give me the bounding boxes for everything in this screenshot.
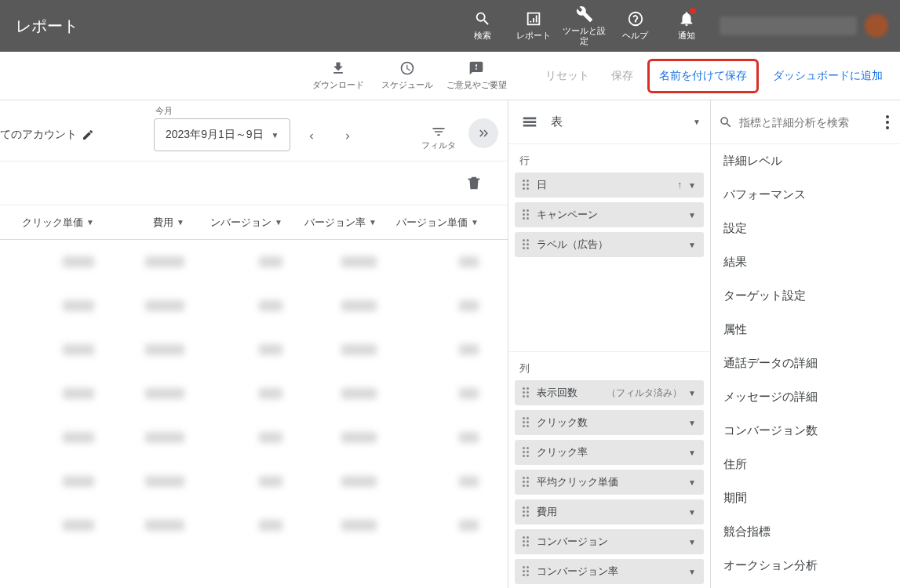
save-as-button[interactable]: 名前を付けて保存 (647, 59, 759, 93)
more-menu[interactable] (883, 112, 892, 132)
category-item[interactable]: 属性 (711, 313, 900, 347)
category-item[interactable]: 期間 (711, 481, 900, 515)
top-header: レポート 検索 レポート ツールと設定 ヘルプ 通知 (0, 0, 900, 52)
col-header[interactable]: クリック単価▼ (0, 216, 102, 230)
col-header[interactable]: 費用▼ (102, 216, 192, 230)
wrench-icon (576, 5, 593, 23)
category-item[interactable]: ショッピング属性 (711, 583, 900, 588)
metric-search-row (711, 100, 900, 144)
table-icon (518, 114, 541, 131)
row-chip-list: 日↑▼キャンペーン▼ラベル（広告）▼ (508, 172, 710, 257)
table-row (0, 328, 508, 372)
schedule-button[interactable]: スケジュール (373, 52, 442, 100)
row-chip[interactable]: 日↑▼ (515, 172, 704, 198)
table-body (0, 240, 508, 588)
period-label: 今月 (154, 105, 290, 117)
chart-icon (525, 10, 542, 27)
category-item[interactable]: パフォーマンス (711, 178, 900, 212)
col-chip[interactable]: クリック数▼ (515, 410, 704, 435)
rows-section-label: 行 (508, 144, 710, 172)
cols-section-label: 列 (508, 352, 710, 380)
table-row (0, 284, 508, 328)
category-item[interactable]: オークション分析 (711, 549, 900, 583)
nav-notifications[interactable]: 通知 (661, 0, 712, 52)
table-row (0, 459, 508, 503)
date-next[interactable] (333, 122, 363, 151)
trash-icon[interactable] (465, 175, 483, 192)
left-pane: てのアカウント 今月 2023年9月1日～9日 ▼ フィルタ (0, 100, 508, 588)
date-prev[interactable] (297, 122, 326, 151)
clock-icon (399, 60, 415, 76)
download-button[interactable]: ダウンロード (304, 52, 373, 100)
help-icon (627, 10, 644, 27)
date-row: てのアカウント 今月 2023年9月1日～9日 ▼ フィルタ (0, 100, 508, 162)
table-row (0, 503, 508, 547)
action-bar: ダウンロード スケジュール ご意見やご要望 リセット 保存 名前を付けて保存 ダ… (0, 52, 900, 100)
col-chip[interactable]: 表示回数（フィルタ済み）▼ (515, 380, 704, 405)
category-column: 詳細レベルパフォーマンス設定結果ターゲット設定属性通話データの詳細メッセージの詳… (711, 100, 900, 588)
category-item[interactable]: コンバージョン数 (711, 414, 900, 448)
col-chip[interactable]: クリック率▼ (515, 440, 704, 465)
account-name-redacted (720, 16, 857, 35)
search-icon (719, 115, 733, 129)
pencil-icon (82, 129, 94, 141)
row-chip[interactable]: ラベル（広告）▼ (515, 232, 704, 257)
category-list: 詳細レベルパフォーマンス設定結果ターゲット設定属性通話データの詳細メッセージの詳… (711, 144, 900, 588)
nav-help[interactable]: ヘルプ (610, 0, 661, 52)
search-icon (474, 10, 491, 27)
category-item[interactable]: 通話データの詳細 (711, 347, 900, 380)
download-icon (330, 60, 346, 76)
trash-row (0, 162, 508, 205)
filter-icon (431, 124, 446, 140)
table-row (0, 416, 508, 459)
feedback-button[interactable]: ご意見やご要望 (442, 52, 511, 100)
col-header[interactable]: バージョン率▼ (290, 216, 384, 230)
expand-panel-button[interactable] (468, 118, 498, 148)
table-row (0, 372, 508, 416)
table-row (0, 240, 508, 284)
category-item[interactable]: 競合指標 (711, 515, 900, 549)
avatar (865, 14, 888, 38)
save-button[interactable]: 保存 (600, 69, 644, 83)
feedback-icon (468, 60, 484, 76)
col-chip[interactable]: コンバージョン▼ (515, 529, 704, 554)
table-header: クリック単価▼ 費用▼ ンバージョン▼ バージョン率▼ バージョン単価▼ (0, 205, 508, 240)
chevron-right-icon (342, 131, 353, 142)
chevron-left-icon (306, 131, 317, 142)
nav-tools[interactable]: ツールと設定 (559, 0, 610, 52)
main: てのアカウント 今月 2023年9月1日～9日 ▼ フィルタ (0, 100, 900, 588)
config-column: 表 ▼ 行 日↑▼キャンペーン▼ラベル（広告）▼ 列 表示回数（フィルタ済み）▼… (508, 100, 711, 588)
category-item[interactable]: ターゲット設定 (711, 279, 900, 313)
category-item[interactable]: 住所 (711, 448, 900, 481)
category-item[interactable]: メッセージの詳細 (711, 380, 900, 414)
account-selector[interactable]: てのアカウント (0, 128, 94, 151)
col-chip[interactable]: コンバージョン率▼ (515, 559, 704, 584)
reset-button[interactable]: リセット (534, 69, 600, 83)
notification-badge (688, 6, 698, 16)
category-item[interactable]: 詳細レベル (711, 144, 900, 178)
nav-report[interactable]: レポート (508, 0, 559, 52)
category-item[interactable]: 結果 (711, 245, 900, 279)
date-range-picker[interactable]: 2023年9月1日～9日 ▼ (154, 118, 290, 151)
col-header[interactable]: ンバージョン▼ (192, 216, 290, 230)
metric-search-input[interactable] (739, 116, 876, 129)
page-title: レポート (0, 16, 78, 37)
col-chip-list: 表示回数（フィルタ済み）▼クリック数▼クリック率▼平均クリック単価▼費用▼コンバ… (508, 380, 710, 588)
filter-button[interactable]: フィルタ (415, 124, 462, 151)
add-dashboard-button[interactable]: ダッシュボードに追加 (762, 69, 894, 83)
col-chip[interactable]: 平均クリック単価▼ (515, 470, 704, 495)
view-type-select[interactable]: 表 ▼ (508, 100, 710, 144)
date-range-wrap: 今月 2023年9月1日～9日 ▼ (154, 105, 290, 151)
account-block[interactable] (720, 0, 900, 52)
col-header[interactable]: バージョン単価▼ (384, 216, 486, 230)
top-nav: 検索 レポート ツールと設定 ヘルプ 通知 (457, 0, 720, 52)
category-item[interactable]: 設定 (711, 212, 900, 245)
nav-search[interactable]: 検索 (457, 0, 508, 52)
chevron-double-right-icon (476, 126, 490, 140)
row-chip[interactable]: キャンペーン▼ (515, 202, 704, 227)
right-pane: 表 ▼ 行 日↑▼キャンペーン▼ラベル（広告）▼ 列 表示回数（フィルタ済み）▼… (508, 100, 900, 588)
col-chip[interactable]: 費用▼ (515, 499, 704, 524)
